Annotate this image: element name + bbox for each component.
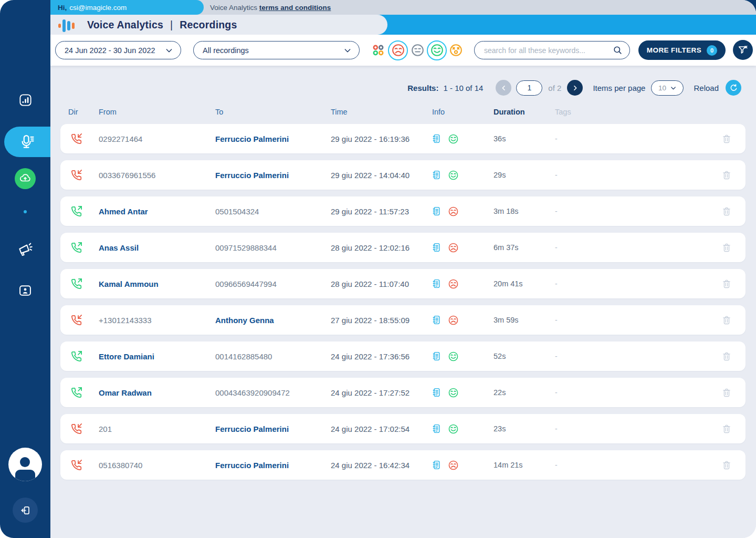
date-range-select[interactable]: 24 Jun 2022 - 30 Jun 2022 <box>55 41 181 59</box>
reload-button[interactable] <box>726 80 741 96</box>
more-filters-count-badge: 0 <box>707 45 717 56</box>
sentiment-sad-icon <box>448 460 459 471</box>
recording-row[interactable]: Ahmed Antar 0501504324 29 giu 2022 - 11:… <box>60 196 746 226</box>
page-title-separator: | <box>170 19 173 31</box>
sidebar-item-upload[interactable] <box>15 168 36 189</box>
sidebar-item-analytics[interactable] <box>0 87 50 112</box>
sentiment-filter-surprised[interactable] <box>448 43 463 58</box>
delete-recording-button[interactable] <box>721 242 732 253</box>
col-header-time: Time <box>331 108 432 116</box>
transcript-icon[interactable] <box>432 169 441 181</box>
voice-analytics-logo-icon <box>58 18 75 32</box>
time-value: 29 giu 2022 - 14:04:40 <box>331 171 432 180</box>
to-value: Ferruccio Palmerini <box>215 171 331 180</box>
delete-recording-button[interactable] <box>721 206 732 216</box>
col-header-tags: Tags <box>555 108 721 116</box>
tags-value: - <box>555 425 721 433</box>
microphone-transcript-icon <box>19 134 35 150</box>
avatar[interactable] <box>8 448 42 481</box>
results-range: 1 - 10 of 14 <box>443 84 483 92</box>
recording-row[interactable]: +13012143333 Anthony Genna 27 giu 2022 -… <box>60 305 746 335</box>
page-header: Voice Analytics | Recordings <box>50 15 387 35</box>
terms-link[interactable]: terms and conditions <box>259 4 331 12</box>
previous-page-button[interactable] <box>496 80 511 96</box>
avatar-head-shape <box>20 457 30 467</box>
transcript-icon[interactable] <box>432 314 441 326</box>
outgoing-call-icon <box>71 206 82 217</box>
logout-icon <box>19 504 32 516</box>
from-value: Ahmed Antar <box>99 207 215 216</box>
items-per-page-label: Items per page <box>593 84 645 92</box>
page-title: Voice Analytics | Recordings <box>87 19 237 31</box>
delete-recording-button[interactable] <box>721 133 732 144</box>
keyword-search <box>474 41 630 59</box>
trash-icon <box>721 423 732 434</box>
duration-value: 22s <box>494 388 555 397</box>
items-per-page-select[interactable]: 10 <box>651 80 684 96</box>
time-value: 28 giu 2022 - 12:02:16 <box>331 243 432 252</box>
recording-row[interactable]: Anas Assil 00971529888344 28 giu 2022 - … <box>60 233 746 262</box>
notification-dot <box>24 210 27 213</box>
recording-row[interactable]: Kamal Ammoun 00966569447994 28 giu 2022 … <box>60 269 746 298</box>
delete-recording-button[interactable] <box>721 423 732 434</box>
transcript-icon[interactable] <box>432 205 441 217</box>
terms-prefix: Voice Analytics <box>210 4 257 12</box>
transcript-icon[interactable] <box>432 242 441 253</box>
recording-row[interactable]: Omar Radwan 00043463920909472 24 giu 202… <box>60 378 746 407</box>
trash-icon <box>721 351 732 361</box>
recording-row[interactable]: 0292271464 Ferruccio Palmerini 29 giu 20… <box>60 124 746 153</box>
to-value: 0014162885480 <box>215 352 331 361</box>
trash-icon <box>721 242 732 253</box>
transcript-icon[interactable] <box>432 423 441 434</box>
time-value: 29 giu 2022 - 16:19:36 <box>331 134 432 143</box>
delete-recording-button[interactable] <box>721 460 732 470</box>
sentiment-happy-icon <box>448 387 459 398</box>
sidebar-item-contacts[interactable] <box>0 278 50 303</box>
page-number-input[interactable] <box>516 80 542 96</box>
sentiment-filter-happy[interactable] <box>427 40 447 60</box>
logout-button[interactable] <box>13 498 38 523</box>
sentiment-filter-all[interactable] <box>372 44 385 57</box>
transcript-icon[interactable] <box>432 350 441 362</box>
to-value: 00966569447994 <box>215 280 331 288</box>
recording-row[interactable]: 0516380740 Ferruccio Palmerini 24 giu 20… <box>60 450 746 480</box>
trash-icon <box>721 387 732 398</box>
neutral-face-icon <box>411 43 425 57</box>
recording-row[interactable]: 0033676961556 Ferruccio Palmerini 29 giu… <box>60 160 746 190</box>
recording-row[interactable]: Ettore Damiani 0014162885480 24 giu 2022… <box>60 342 746 371</box>
sidebar-item-announcements[interactable] <box>0 237 50 262</box>
transcript-icon[interactable] <box>432 278 441 289</box>
chevron-right-icon <box>571 84 579 92</box>
search-icon[interactable] <box>613 45 623 55</box>
more-filters-button[interactable]: MORE FILTERS 0 <box>638 40 726 60</box>
next-page-button[interactable] <box>567 80 583 96</box>
incoming-call-icon <box>71 170 82 181</box>
to-value: 00971529888344 <box>215 243 331 252</box>
delete-recording-button[interactable] <box>721 351 732 361</box>
trash-icon <box>721 460 732 470</box>
delete-recording-button[interactable] <box>721 278 732 289</box>
search-input[interactable] <box>483 46 613 55</box>
sentiment-filter-neutral[interactable] <box>410 43 425 58</box>
items-per-page-value: 10 <box>658 84 666 92</box>
clear-filters-button[interactable] <box>733 40 753 60</box>
sidebar-item-recordings[interactable] <box>4 127 50 157</box>
sidebar <box>0 0 50 538</box>
recordings-filter-select[interactable]: All recordings <box>193 41 360 59</box>
results-bar: Results: 1 - 10 of 14 of 2 Items per pag… <box>60 80 746 96</box>
recording-row[interactable]: 201 Ferruccio Palmerini 24 giu 2022 - 17… <box>60 414 746 443</box>
transcript-icon[interactable] <box>432 387 441 398</box>
delete-recording-button[interactable] <box>721 170 732 180</box>
transcript-icon[interactable] <box>432 459 441 471</box>
from-value: 0292271464 <box>99 134 215 143</box>
top-strip: Hi, csi@imagicle.com Voice Analytics ter… <box>50 0 756 15</box>
sentiment-sad-icon <box>448 242 459 253</box>
page-title-section: Recordings <box>180 19 237 31</box>
sentiment-filter-sad[interactable] <box>388 40 408 60</box>
sentiment-sad-icon <box>448 278 459 289</box>
outgoing-call-icon <box>71 351 82 362</box>
transcript-icon[interactable] <box>432 133 441 144</box>
filter-clear-icon <box>737 44 749 56</box>
delete-recording-button[interactable] <box>721 315 732 325</box>
delete-recording-button[interactable] <box>721 387 732 398</box>
